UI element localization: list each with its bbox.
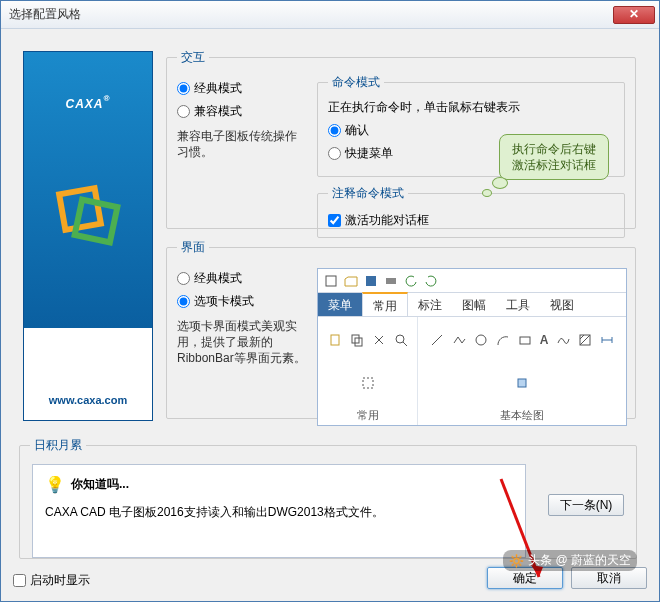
group-interface: 界面 经典模式 选项卡模式 选项卡界面模式美观实用，提供了最新的RibbonBa… [166, 239, 636, 419]
tab-tool[interactable]: 工具 [496, 293, 540, 316]
hatch-icon [578, 333, 592, 347]
radio-ui-classic[interactable]: 经典模式 [177, 270, 307, 287]
watermark-icon: 🔆 [509, 554, 524, 568]
svg-rect-20 [518, 379, 526, 387]
radio-compat-mode[interactable]: 兼容模式 [177, 103, 307, 120]
preview-tabs: 菜单 常用 标注 图幅 工具 视图 [318, 293, 626, 317]
svg-line-9 [403, 342, 407, 346]
dialog-window: 选择配置风格 ✕ CAXA® www.caxa.com 交互 经典模式 兼容模式 [0, 0, 660, 602]
group-annotation-mode: 注释命令模式 激活功能对话框 [317, 185, 625, 238]
arc-icon [496, 333, 510, 347]
tip-body: CAXA CAD 电子图板2016支持读入和输出DWG2013格式文件。 [45, 504, 513, 521]
cut-icon [372, 333, 386, 347]
checkbox-activate-dialog[interactable]: 激活功能对话框 [328, 212, 614, 229]
svg-rect-3 [366, 276, 376, 286]
tips-legend: 日积月累 [30, 437, 86, 454]
undo-icon [404, 274, 418, 288]
svg-rect-4 [386, 278, 396, 284]
svg-rect-10 [363, 378, 373, 388]
next-tip-button[interactable]: 下一条(N) [548, 494, 624, 516]
lightbulb-icon: 💡 [45, 475, 65, 494]
radio-ui-tab-input[interactable] [177, 295, 190, 308]
callout-tooltip: 执行命令后右键 激活标注对话框 [499, 134, 609, 180]
close-button[interactable]: ✕ [613, 6, 655, 24]
paste-icon [328, 333, 342, 347]
brand-logo-icon [48, 173, 128, 253]
zoom-icon [394, 333, 408, 347]
svg-point-8 [396, 335, 404, 343]
preview-toolbar [318, 269, 626, 293]
tab-view[interactable]: 视图 [540, 293, 584, 316]
brand-url: www.caxa.com [49, 394, 127, 406]
radio-confirm-input[interactable] [328, 124, 341, 137]
titlebar: 选择配置风格 ✕ [1, 1, 659, 29]
circle-icon [474, 333, 488, 347]
radio-quickmenu-input[interactable] [328, 147, 341, 160]
copy-icon [350, 333, 364, 347]
radio-ui-tab[interactable]: 选项卡模式 [177, 293, 307, 310]
dimension-icon [600, 333, 614, 347]
interface-note: 选项卡界面模式美观实用，提供了最新的RibbonBar等界面元素。 [177, 318, 307, 366]
checkbox-show-startup[interactable]: 启动时显示 [13, 572, 90, 589]
rect-icon [518, 333, 532, 347]
group-interface-legend: 界面 [177, 239, 209, 256]
open-icon [344, 274, 358, 288]
polyline-icon [452, 333, 466, 347]
radio-compat-input[interactable] [177, 105, 190, 118]
group-interaction-legend: 交互 [177, 49, 209, 66]
tip-heading: 你知道吗... [71, 476, 129, 493]
sidebar-banner: CAXA® www.caxa.com [23, 51, 153, 421]
tip-box: 💡 你知道吗... CAXA CAD 电子图板2016支持读入和输出DWG201… [32, 464, 526, 558]
svg-line-11 [432, 335, 442, 345]
command-mode-desc: 正在执行命令时，单击鼠标右键表示 [328, 99, 614, 116]
ribbon-group-draw: 基本绘图 [418, 406, 626, 425]
print-icon [384, 274, 398, 288]
tab-frame[interactable]: 图幅 [452, 293, 496, 316]
group-tips: 日积月累 💡 你知道吗... CAXA CAD 电子图板2016支持读入和输出D… [19, 437, 637, 559]
tab-common[interactable]: 常用 [362, 292, 408, 316]
annotation-mode-legend: 注释命令模式 [328, 185, 408, 202]
block-icon [515, 376, 529, 390]
interaction-note: 兼容电子图板传统操作习惯。 [177, 128, 307, 160]
checkbox-show-startup-input[interactable] [13, 574, 26, 587]
watermark: 🔆 头条 @ 蔚蓝的天空 [503, 550, 637, 571]
svg-rect-2 [326, 276, 336, 286]
radio-classic-mode[interactable]: 经典模式 [177, 80, 307, 97]
ribbon-group-common: 常用 [318, 406, 417, 425]
tab-menu[interactable]: 菜单 [318, 293, 362, 316]
radio-classic-input[interactable] [177, 82, 190, 95]
redo-icon [424, 274, 438, 288]
line-icon [430, 333, 444, 347]
save-icon [364, 274, 378, 288]
svg-line-15 [580, 335, 584, 339]
radio-ui-classic-input[interactable] [177, 272, 190, 285]
spline-icon [556, 333, 570, 347]
svg-rect-13 [520, 337, 530, 344]
svg-point-12 [476, 335, 486, 345]
select-icon [361, 376, 375, 390]
window-title: 选择配置风格 [9, 6, 613, 23]
new-icon [324, 274, 338, 288]
text-icon: A [540, 333, 549, 347]
checkbox-activate-input[interactable] [328, 214, 341, 227]
ribbon-preview: 菜单 常用 标注 图幅 工具 视图 [317, 268, 627, 426]
svg-rect-5 [331, 335, 339, 345]
brand-logo-text: CAXA® [66, 92, 111, 113]
command-mode-legend: 命令模式 [328, 74, 384, 91]
svg-line-16 [580, 335, 590, 345]
tab-annot[interactable]: 标注 [408, 293, 452, 316]
